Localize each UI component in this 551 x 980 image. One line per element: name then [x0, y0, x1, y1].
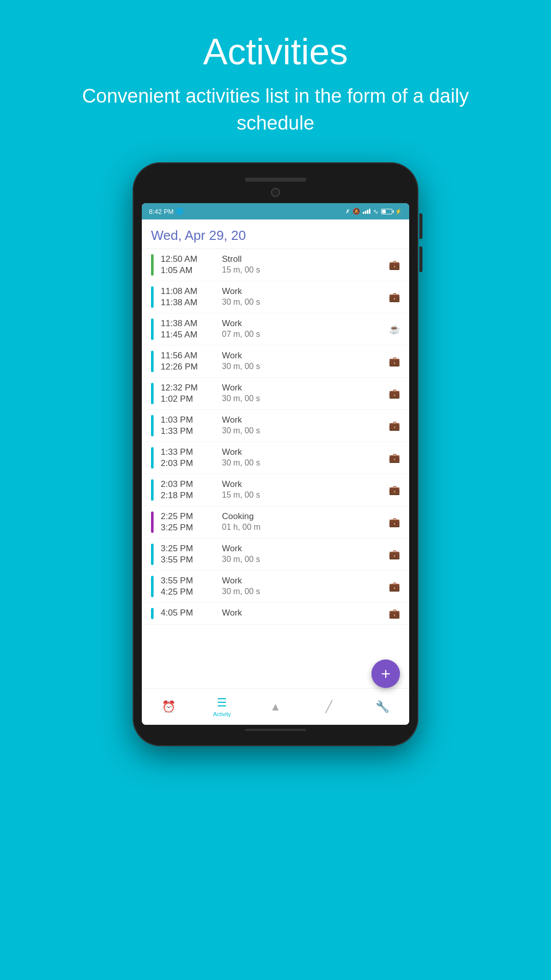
activity-color-bar	[151, 351, 154, 372]
stats-icon: ╱	[325, 700, 332, 714]
end-time: 1:05 AM	[161, 265, 212, 276]
end-time: 2:03 PM	[161, 458, 212, 469]
page-header: Activities Convenient activities list in…	[0, 0, 551, 157]
start-time: 2:25 PM	[161, 511, 212, 522]
activity-name: Work	[222, 447, 242, 457]
briefcase-icon: 💼	[389, 383, 400, 404]
start-time: 3:55 PM	[161, 576, 212, 586]
activity-item[interactable]: 2:03 PMWork2:18 PM15 m, 00 s💼	[142, 474, 409, 506]
activity-name: Work	[222, 608, 242, 618]
activity-item[interactable]: 11:56 AMWork12:26 PM30 m, 00 s💼	[142, 346, 409, 378]
bluetooth-icon: ✗	[345, 208, 350, 215]
end-time: 4:25 PM	[161, 587, 212, 597]
location-icon: 🌐	[176, 208, 184, 215]
home-indicator	[245, 729, 306, 731]
briefcase-icon: 💼	[389, 576, 400, 597]
activity-list[interactable]: 12:50 AMStroll1:05 AM15 m, 00 s💼11:08 AM…	[142, 249, 409, 688]
activity-name: Work	[222, 544, 242, 554]
list-icon: ☰	[217, 696, 227, 709]
nav-item-activity[interactable]: ☰Activity	[195, 689, 249, 725]
activity-name: Work	[222, 318, 242, 329]
start-time: 11:56 AM	[161, 351, 212, 361]
nav-item-alarm[interactable]: ⏰	[142, 689, 195, 725]
activity-name: Cooking	[222, 511, 254, 522]
start-time: 12:32 PM	[161, 383, 212, 393]
activity-color-bar	[151, 608, 154, 619]
activity-item[interactable]: 11:38 AMWork11:45 AM07 m, 00 s☕	[142, 313, 409, 346]
activity-duration: 15 m, 00 s	[222, 265, 260, 276]
start-time: 2:03 PM	[161, 479, 212, 489]
activity-item[interactable]: 4:05 PMWork💼	[142, 603, 409, 625]
end-time: 1:33 PM	[161, 426, 212, 436]
page-subtitle: Convenient activities list in the form o…	[41, 83, 510, 137]
activity-name: Stroll	[222, 254, 242, 264]
activity-color-bar	[151, 447, 154, 469]
start-time: 12:50 AM	[161, 254, 212, 264]
status-bar: 8:42 PM 🌐 ✗ 🔕 ∿	[142, 203, 409, 219]
start-time: 3:25 PM	[161, 544, 212, 554]
shapes-icon: ▲	[270, 700, 281, 714]
coffee-icon: ☕	[389, 318, 400, 340]
activity-item[interactable]: 12:32 PMWork1:02 PM30 m, 00 s💼	[142, 378, 409, 410]
start-time: 11:08 AM	[161, 286, 212, 297]
end-time: 2:18 PM	[161, 491, 212, 501]
activity-color-bar	[151, 286, 154, 308]
activity-item[interactable]: 3:55 PMWork4:25 PM30 m, 00 s💼	[142, 571, 409, 603]
activity-item[interactable]: 1:33 PMWork2:03 PM30 m, 00 s💼	[142, 442, 409, 474]
battery-icon	[381, 209, 392, 214]
activity-duration: 30 m, 00 s	[222, 587, 260, 597]
activity-duration: 01 h, 00 m	[222, 523, 261, 533]
activity-duration: 07 m, 00 s	[222, 330, 260, 340]
charge-icon: ⚡	[395, 208, 402, 215]
date-text: Wed, Apr 29, 20	[151, 228, 246, 243]
activity-name: Work	[222, 383, 242, 393]
mute-icon: 🔕	[353, 208, 360, 215]
start-time: 1:03 PM	[161, 415, 212, 425]
activity-item[interactable]: 2:25 PMCooking3:25 PM01 h, 00 m💼	[142, 506, 409, 538]
phone-speaker	[245, 178, 306, 182]
activity-name: Work	[222, 415, 242, 425]
add-activity-fab[interactable]: +	[371, 659, 400, 688]
activity-duration: 30 m, 00 s	[222, 298, 260, 308]
briefcase-icon: 💼	[389, 351, 400, 372]
nav-item-shapes[interactable]: ▲	[249, 689, 303, 725]
briefcase-icon: 💼	[389, 608, 400, 619]
phone-camera	[271, 188, 280, 197]
end-time: 3:55 PM	[161, 555, 212, 565]
activity-color-bar	[151, 318, 154, 340]
briefcase-icon: 💼	[389, 286, 400, 308]
settings-icon: 🔧	[375, 700, 389, 714]
nav-item-settings[interactable]: 🔧	[356, 689, 409, 725]
end-time: 11:38 AM	[161, 298, 212, 308]
activity-item[interactable]: 11:08 AMWork11:38 AM30 m, 00 s💼	[142, 281, 409, 313]
activity-duration: 30 m, 00 s	[222, 426, 260, 436]
activity-duration: 30 m, 00 s	[222, 362, 260, 372]
activity-duration: 30 m, 00 s	[222, 458, 260, 469]
phone-screen: 8:42 PM 🌐 ✗ 🔕 ∿	[142, 203, 409, 725]
activity-color-bar	[151, 576, 154, 597]
activity-color-bar	[151, 544, 154, 565]
activity-item[interactable]: 12:50 AMStroll1:05 AM15 m, 00 s💼	[142, 249, 409, 281]
start-time: 4:05 PM	[161, 608, 212, 618]
activity-duration: 15 m, 00 s	[222, 491, 260, 501]
signal-bars	[363, 209, 370, 214]
end-time: 3:25 PM	[161, 523, 212, 533]
activity-item[interactable]: 3:25 PMWork3:55 PM30 m, 00 s💼	[142, 538, 409, 571]
volume-down-button[interactable]	[419, 247, 422, 272]
end-time: 1:02 PM	[161, 394, 212, 404]
nav-item-stats[interactable]: ╱	[302, 689, 356, 725]
activity-color-bar	[151, 254, 154, 276]
activity-name: Work	[222, 576, 242, 586]
briefcase-icon: 💼	[389, 447, 400, 469]
briefcase-icon: 💼	[389, 511, 400, 533]
start-time: 1:33 PM	[161, 447, 212, 457]
activity-color-bar	[151, 415, 154, 436]
activity-name: Work	[222, 286, 242, 297]
date-header: Wed, Apr 29, 20	[142, 219, 409, 249]
activity-duration: 30 m, 00 s	[222, 555, 260, 565]
bottom-nav: ⏰☰Activity▲╱🔧	[142, 688, 409, 725]
status-icons: ✗ 🔕 ∿ ⚡	[345, 208, 402, 215]
phone-mockup: 8:42 PM 🌐 ✗ 🔕 ∿	[133, 162, 418, 746]
activity-item[interactable]: 1:03 PMWork1:33 PM30 m, 00 s💼	[142, 410, 409, 442]
volume-up-button[interactable]	[419, 213, 422, 239]
